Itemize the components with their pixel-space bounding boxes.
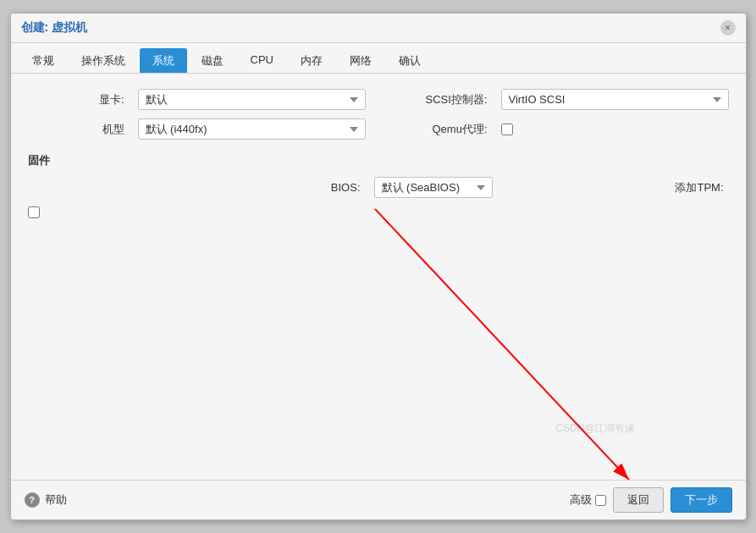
display-label: 显卡: [28,92,130,107]
advanced-label: 高级 [570,492,592,508]
tab-bar: 常规 操作系统 系统 磁盘 CPU 内存 网络 确认 [11,43,746,74]
create-vm-dialog: 创建: 虚拟机 × 常规 操作系统 系统 磁盘 CPU 内存 网络 确认 显卡:… [10,13,747,520]
footer-left: ? 帮助 [25,492,67,508]
help-label: 帮助 [45,492,67,508]
machine-label: 机型 [28,122,130,137]
bios-label: BIOS: [138,181,366,194]
tab-os[interactable]: 操作系统 [69,48,138,73]
back-button[interactable]: 返回 [613,487,664,513]
svg-line-1 [375,209,629,480]
tab-disk[interactable]: 磁盘 [189,48,236,73]
machine-select[interactable]: 默认 (i440fx) [138,118,366,140]
help-icon: ? [25,492,40,508]
title-bar: 创建: 虚拟机 × [11,14,746,43]
footer: ? 帮助 高级 返回 下一步 [11,480,746,519]
watermark: CSDN@江湖有缘 [555,421,635,436]
tpm-checkbox-wrap [28,206,130,218]
tab-network[interactable]: 网络 [337,48,384,73]
form-grid: 显卡: 默认 SCSI控制器: VirtIO SCSI 机型 默认 (i440f… [28,89,729,218]
bios-select[interactable]: 默认 (SeaBIOS) [374,177,493,198]
firmware-section-title: 固件 [28,148,366,168]
close-button[interactable]: × [720,20,736,36]
scsi-label: SCSI控制器: [374,92,493,107]
qemu-checkbox[interactable] [501,124,513,135]
next-button[interactable]: 下一步 [670,487,732,513]
scsi-select[interactable]: VirtIO SCSI [501,89,729,110]
tab-memory[interactable]: 内存 [288,48,335,73]
footer-right: 高级 返回 下一步 [570,487,732,513]
qemu-label: Qemu代理: [374,122,493,137]
tab-confirm[interactable]: 确认 [386,48,433,73]
form-content: 显卡: 默认 SCSI控制器: VirtIO SCSI 机型 默认 (i440f… [11,74,746,480]
tab-cpu[interactable]: CPU [238,48,286,73]
advanced-wrap: 高级 [570,492,606,508]
tpm-label: 添加TPM: [501,180,729,195]
qemu-checkbox-wrap [501,124,729,135]
tab-system[interactable]: 系统 [140,48,187,73]
tpm-checkbox[interactable] [28,206,40,218]
dialog-title: 创建: 虚拟机 [21,20,88,36]
tab-general[interactable]: 常规 [19,48,67,73]
display-select[interactable]: 默认 [138,89,366,110]
advanced-checkbox[interactable] [595,495,606,506]
